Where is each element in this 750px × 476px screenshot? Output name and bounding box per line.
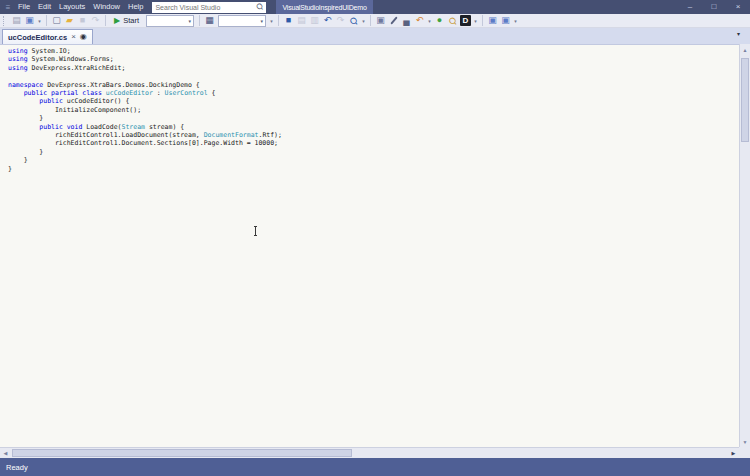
code-line: public partial class ucCodeEditor : User… — [8, 89, 739, 97]
toolbar-separator — [105, 15, 106, 26]
toolbar-separator — [482, 15, 483, 26]
toolbox-icon[interactable]: ▄ — [400, 14, 413, 27]
minimize-icon[interactable]: – — [678, 0, 702, 14]
title-bar: ≡ FileEditLayoutsWindowHelp Ϙ VisualStud… — [0, 0, 750, 14]
plug-icon[interactable]: ● — [433, 14, 446, 27]
open-folder-icon[interactable]: ▰ — [63, 14, 76, 27]
menu-edit[interactable]: Edit — [34, 0, 55, 14]
code-line: namespace DevExpress.XtraBars.Demos.Dock… — [8, 81, 739, 89]
combobox-caret-icon[interactable]: ▾ — [260, 18, 263, 24]
code-editor[interactable]: using System.IO;using System.Windows.For… — [0, 44, 739, 447]
code-line: public ucCodeEditor() { — [8, 97, 739, 105]
tab-pin-icon[interactable]: ◉ — [80, 32, 87, 42]
menu-layouts[interactable]: Layouts — [55, 0, 89, 14]
start-play-icon: ▶ — [114, 14, 120, 27]
platform-combobox[interactable]: ▾ — [218, 15, 266, 27]
search-box[interactable]: Ϙ — [152, 2, 266, 13]
window-caption: VisualStudioInspiredUIDemo — [276, 0, 372, 14]
tab-label: ucCodeEditor.cs — [8, 33, 67, 42]
toolbar-separator — [278, 15, 279, 26]
search-icon: Ϙ — [255, 2, 265, 12]
save-icon-disabled[interactable]: ■ — [76, 14, 89, 27]
code-line: using System.IO; — [8, 47, 739, 55]
toolbar-separator — [199, 15, 200, 26]
app-icon: ≡ — [2, 3, 14, 12]
dock-window-icon[interactable]: ▣ — [499, 14, 512, 27]
float-window-icon[interactable]: ▣ — [486, 14, 499, 27]
horizontal-scrollbar[interactable]: ◀ ▶ — [0, 447, 739, 458]
save-all-icon-disabled[interactable]: ▤ — [295, 14, 308, 27]
save-file-icon[interactable]: ■ — [282, 14, 295, 27]
scroll-right-icon[interactable]: ▶ — [728, 448, 739, 458]
scroll-left-icon[interactable]: ◀ — [0, 448, 11, 458]
find-in-files-icon[interactable]: Ϙ — [446, 14, 459, 27]
code-line: using DevExpress.XtraRichEdit; — [8, 64, 739, 72]
status-bar: Ready — [0, 458, 750, 476]
attach-process-icon[interactable]: ▦ — [203, 14, 216, 27]
redo2-icon-disabled[interactable]: ↷ — [334, 14, 347, 27]
copy-icon-disabled[interactable]: ▥ — [308, 14, 321, 27]
code-line: richEditControl1.LoadDocument(stream, Do… — [8, 131, 739, 139]
status-text: Ready — [6, 463, 28, 472]
devexpress-d-icon[interactable]: D — [459, 14, 472, 27]
scroll-up-icon[interactable]: ▲ — [740, 44, 750, 55]
toolbar: ▤▣▾▢▰■↷▶Start▾▦▾▾■▤▥↶↷Ϙ▾▣▄↶▾●ϘD▾▣▣▾ — [0, 14, 750, 28]
start-button[interactable]: ▶Start — [109, 14, 144, 27]
code-line: public void LoadCode(Stream stream) { — [8, 123, 739, 131]
find-icon[interactable]: Ϙ — [347, 14, 360, 27]
dropdown-caret-icon[interactable]: ▾ — [36, 14, 43, 27]
window-controls: – □ × — [678, 0, 750, 14]
vertical-scrollbar[interactable]: ▲ ▼ — [739, 44, 750, 447]
code-line: using System.Windows.Forms; — [8, 55, 739, 63]
dropdown-caret-icon[interactable]: ▾ — [360, 14, 367, 27]
toolbar-separator — [46, 15, 47, 26]
add-window-icon[interactable]: ▤ — [10, 14, 23, 27]
window-caption-text: VisualStudioInspiredUIDemo — [282, 4, 366, 11]
dropdown-caret-icon[interactable]: ▾ — [426, 14, 433, 27]
tab-uccodeeditor[interactable]: ucCodeEditor.cs × ◉ — [2, 29, 93, 44]
text-cursor-ibeam — [253, 226, 258, 236]
new-file-icon[interactable]: ▢ — [50, 14, 63, 27]
code-line: } — [8, 165, 739, 173]
maximize-icon[interactable]: □ — [702, 0, 726, 14]
scrollbar-corner — [739, 447, 750, 458]
undo-orange-icon[interactable]: ↶ — [413, 14, 426, 27]
menu-help[interactable]: Help — [124, 0, 147, 14]
combobox-caret-icon[interactable]: ▾ — [188, 18, 191, 24]
search-input[interactable] — [152, 2, 255, 12]
code-line — [8, 72, 739, 80]
code-line: } — [8, 148, 739, 156]
run-config-combobox[interactable]: ▾ — [146, 15, 194, 27]
code-line: } — [8, 114, 739, 122]
dropdown-caret-icon[interactable]: ▾ — [512, 14, 519, 27]
vertical-scroll-thumb[interactable] — [741, 58, 749, 142]
close-icon[interactable]: × — [726, 0, 750, 14]
code-line: richEditControl1.Document.Sections[0].Pa… — [8, 139, 739, 147]
undo-icon[interactable]: ↶ — [321, 14, 334, 27]
menu-bar: FileEditLayoutsWindowHelp — [14, 0, 147, 14]
wrench-icon[interactable] — [387, 14, 400, 27]
wrench-bar — [390, 16, 397, 24]
dropdown-caret-icon[interactable]: ▾ — [472, 14, 479, 27]
code-lines: using System.IO;using System.Windows.For… — [0, 45, 739, 173]
tab-close-icon[interactable]: × — [71, 32, 76, 42]
menu-file[interactable]: File — [14, 0, 34, 14]
menu-window[interactable]: Window — [89, 0, 124, 14]
scroll-down-icon[interactable]: ▼ — [740, 436, 750, 447]
new-window-icon[interactable]: ▣ — [23, 14, 36, 27]
dropdown-caret-icon[interactable]: ▾ — [268, 14, 275, 27]
toolbar-grip[interactable] — [3, 16, 8, 26]
tab-strip: ucCodeEditor.cs × ◉ ▾ — [0, 28, 750, 44]
horizontal-scroll-thumb[interactable] — [12, 449, 352, 457]
tab-list-dropdown-icon[interactable]: ▾ — [737, 30, 740, 37]
code-line: InitializeComponent(); — [8, 106, 739, 114]
toolbar-separator — [370, 15, 371, 26]
start-label: Start — [123, 16, 139, 25]
application-window: ≡ FileEditLayoutsWindowHelp Ϙ VisualStud… — [0, 0, 750, 476]
properties-window-icon[interactable]: ▣ — [374, 14, 387, 27]
code-line: } — [8, 156, 739, 164]
redo-icon-disabled[interactable]: ↷ — [89, 14, 102, 27]
